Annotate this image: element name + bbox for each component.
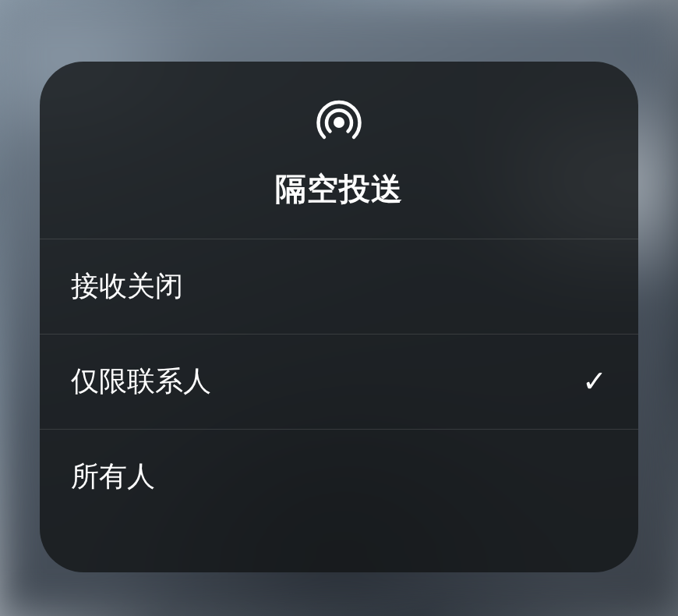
option-everyone[interactable]: 所有人 ✓ [40,429,638,524]
panel-title: 隔空投送 [275,168,403,211]
airdrop-settings-panel: 隔空投送 接收关闭 ✓ 仅限联系人 ✓ 所有人 ✓ [40,62,638,572]
option-receiving-off[interactable]: 接收关闭 ✓ [40,239,638,334]
option-label: 仅限联系人 [71,363,211,401]
airdrop-icon [313,96,365,149]
blurred-background: 隔空投送 接收关闭 ✓ 仅限联系人 ✓ 所有人 ✓ [0,0,678,616]
option-list: 接收关闭 ✓ 仅限联系人 ✓ 所有人 ✓ [40,239,638,524]
svg-point-0 [334,117,344,128]
option-label: 所有人 [71,458,155,496]
option-contacts-only[interactable]: 仅限联系人 ✓ [40,334,638,429]
option-label: 接收关闭 [71,267,183,306]
panel-header: 隔空投送 [40,62,638,239]
checkmark-icon: ✓ [582,364,607,398]
